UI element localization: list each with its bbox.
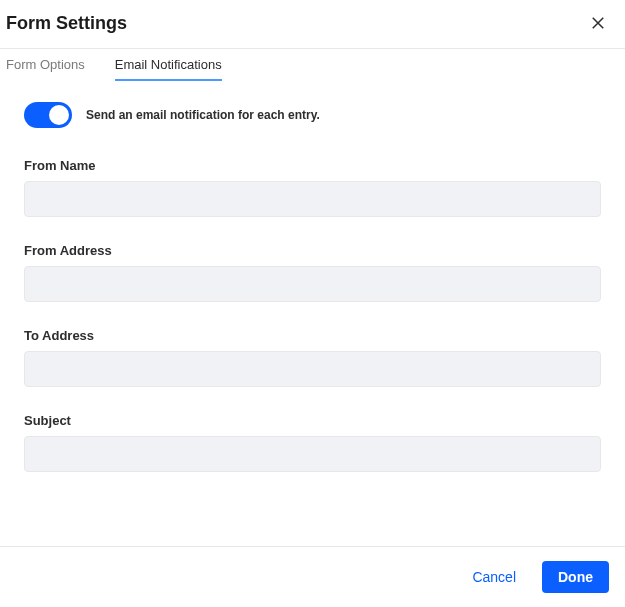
from-name-label: From Name: [24, 158, 601, 173]
notification-toggle-row: Send an email notification for each entr…: [24, 102, 601, 128]
from-address-input[interactable]: [24, 266, 601, 302]
notification-toggle[interactable]: [24, 102, 72, 128]
to-address-group: To Address: [24, 328, 601, 387]
toggle-knob: [49, 105, 69, 125]
close-button[interactable]: [585, 10, 611, 36]
from-address-label: From Address: [24, 243, 601, 258]
notification-toggle-label: Send an email notification for each entr…: [86, 108, 320, 122]
from-name-group: From Name: [24, 158, 601, 217]
modal-title: Form Settings: [6, 13, 127, 34]
to-address-label: To Address: [24, 328, 601, 343]
to-address-input[interactable]: [24, 351, 601, 387]
tab-bar: Form Options Email Notifications: [0, 49, 625, 80]
close-icon: [589, 14, 607, 32]
cancel-button[interactable]: Cancel: [464, 563, 524, 591]
tab-email-notifications[interactable]: Email Notifications: [115, 49, 222, 80]
from-name-input[interactable]: [24, 181, 601, 217]
tab-form-options[interactable]: Form Options: [6, 49, 85, 80]
subject-group: Subject: [24, 413, 601, 472]
modal-header: Form Settings: [0, 0, 625, 49]
subject-input[interactable]: [24, 436, 601, 472]
subject-label: Subject: [24, 413, 601, 428]
modal-content: Send an email notification for each entr…: [0, 80, 625, 546]
modal-footer: Cancel Done: [0, 546, 625, 607]
from-address-group: From Address: [24, 243, 601, 302]
done-button[interactable]: Done: [542, 561, 609, 593]
